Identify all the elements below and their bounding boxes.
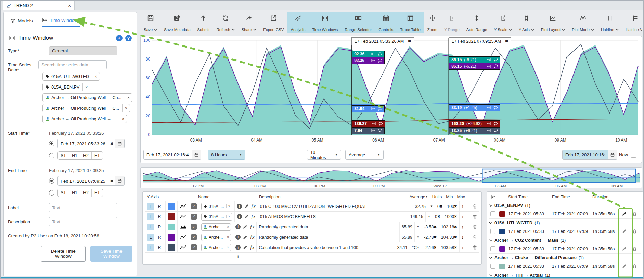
trash-icon[interactable]: [472, 204, 477, 209]
time-series-chip[interactable]: Archer → Oil Producing Well → Ch... ×: [42, 93, 132, 102]
toolbar-button-plot-layout[interactable]: Plot Layout: [538, 12, 569, 33]
hairline-value-chip[interactable]: 13.85(+6.21): [449, 127, 500, 134]
toolbar-button-analysis[interactable]: Analysis: [287, 12, 309, 33]
auto-range-icon[interactable]: ↕: [462, 224, 464, 229]
right-axis-toggle[interactable]: R: [156, 244, 163, 251]
clear-icon[interactable]: ✖: [108, 179, 115, 183]
comment-icon[interactable]: [378, 129, 382, 132]
time-window-checkbox[interactable]: [490, 211, 495, 216]
segment-h1[interactable]: H1: [69, 189, 80, 197]
range-end-input[interactable]: [563, 152, 608, 157]
type-field[interactable]: [49, 46, 117, 55]
trace-style-icon[interactable]: [178, 232, 189, 242]
clear-icon[interactable]: ✖: [454, 225, 457, 229]
trace-style-icon[interactable]: [178, 222, 189, 232]
comment-icon[interactable]: [493, 58, 498, 62]
segment-et[interactable]: ET: [92, 189, 103, 197]
hairline-close-icon[interactable]: ✖: [408, 39, 411, 43]
edit-pencil-icon[interactable]: [619, 264, 629, 269]
trash-icon[interactable]: [629, 246, 640, 251]
trash-icon[interactable]: [629, 211, 640, 216]
toolbar-button-zoom[interactable]: Zoom: [424, 12, 441, 33]
trash-icon[interactable]: [472, 214, 477, 219]
info-icon[interactable]: i: [235, 235, 241, 240]
time-series-chip[interactable]: 015A_UTL.WGTED ×: [42, 72, 100, 81]
clear-icon[interactable]: ✖: [454, 204, 457, 208]
hairline-value-chip[interactable]: 163.20(+26.93): [449, 120, 500, 127]
toolbar-button-range-selector[interactable]: Range Selector: [341, 12, 375, 33]
trace-remove-icon[interactable]: ×: [225, 225, 231, 229]
left-axis-toggle[interactable]: L: [147, 213, 154, 220]
trace-name-chip[interactable]: Arche... ×: [201, 244, 231, 251]
time-series-chip[interactable]: Archer → Oil Producing Well → C... ×: [42, 104, 130, 112]
trace-min-field[interactable]: -2.78✖: [422, 232, 439, 242]
time-series-chip[interactable]: 015A_BEN.PV ×: [42, 83, 90, 91]
trace-visibility-checkbox[interactable]: ✓: [191, 244, 197, 250]
edit-pencil-icon[interactable]: [619, 211, 629, 216]
comment-icon[interactable]: [378, 59, 382, 63]
time-window-group-header[interactable]: 015A_UTL.WGTED (1): [489, 219, 641, 227]
trash-icon[interactable]: [472, 224, 477, 229]
comment-icon[interactable]: [378, 52, 382, 56]
clear-icon[interactable]: ✖: [454, 215, 457, 218]
calendar-icon[interactable]: [608, 150, 617, 159]
hairline-value-chip[interactable]: 86.15(-6.21): [449, 63, 500, 70]
add-trace-button[interactable]: +: [145, 253, 479, 262]
clear-icon[interactable]: ✖: [108, 142, 115, 146]
toolbar-button-save[interactable]: Save: [140, 12, 160, 33]
end-relative-radio[interactable]: [49, 190, 54, 196]
time-window-group-header[interactable]: 015A_BEN.PV (1): [489, 201, 641, 209]
trend-plot[interactable]: 02040608010003 AM04 AM05 AM06 AM07 AM08 …: [141, 36, 642, 145]
toolbar-button-hairline-vie[interactable]: Hairline Vie: [622, 12, 642, 33]
clear-icon[interactable]: ✖: [440, 204, 442, 208]
segment-et[interactable]: ET: [92, 152, 103, 159]
end-time-input[interactable]: [58, 178, 108, 184]
trace-color-swatch[interactable]: [168, 234, 175, 241]
chip-remove-icon[interactable]: ×: [92, 72, 100, 80]
right-axis-toggle[interactable]: R: [156, 203, 163, 210]
trace-color-swatch[interactable]: [168, 203, 175, 210]
segment-h2[interactable]: H2: [80, 189, 92, 197]
segment-h2[interactable]: H2: [80, 152, 92, 159]
comment-icon[interactable]: [493, 129, 498, 132]
hairline-value-chip[interactable]: 92.36: [352, 51, 385, 57]
clear-icon[interactable]: ✖: [434, 225, 436, 229]
trash-icon[interactable]: [472, 235, 477, 240]
hairline-value-chip[interactable]: 31.94: [352, 105, 385, 112]
segment-st[interactable]: ST: [58, 189, 69, 197]
auto-range-icon[interactable]: ↕: [462, 235, 464, 240]
trace-max-field[interactable]: 1000✖: [442, 212, 459, 222]
right-axis-toggle[interactable]: R: [156, 234, 163, 241]
function-icon[interactable]: ƒx: [250, 224, 254, 230]
time-window-group-header[interactable]: Archer → CO2 Content → Mass (1): [489, 236, 641, 244]
trace-min-field[interactable]: -2.16✖: [422, 242, 439, 252]
trace-max-field[interactable]: 102.18✖: [439, 222, 460, 232]
trash-icon[interactable]: [629, 264, 640, 269]
right-axis-toggle[interactable]: R: [156, 213, 163, 220]
trace-remove-icon[interactable]: ×: [226, 204, 232, 208]
label-field[interactable]: [49, 203, 117, 212]
hairline-header[interactable]: 17 Feb 2021 07:09:25 AM✖: [449, 37, 511, 45]
sidebar-tab-models[interactable]: Models: [10, 17, 33, 27]
description-field[interactable]: [49, 217, 117, 226]
auto-range-icon[interactable]: ↕: [462, 245, 464, 250]
tab-trend2[interactable]: TREND 2 ×: [3, 1, 75, 10]
chip-remove-icon[interactable]: ×: [122, 104, 130, 112]
edit-pencil-icon[interactable]: [619, 246, 629, 251]
hairline-header[interactable]: 17 Feb 2021 05:33:26 AM✖: [351, 37, 414, 45]
hairline-value-chip[interactable]: 92.36: [352, 57, 385, 64]
interval-select[interactable]: 10 Minutes▼: [307, 150, 341, 160]
toolbar-button-y-axis[interactable]: Y Axis: [515, 12, 538, 33]
function-icon[interactable]: ƒx: [251, 214, 256, 220]
edit-pencil-icon[interactable]: [619, 229, 629, 234]
edit-pencil-icon[interactable]: [243, 235, 248, 240]
calendar-icon[interactable]: [192, 150, 201, 159]
toolbar-button-time-windows[interactable]: Time Windows: [309, 12, 341, 33]
save-time-window-button[interactable]: Save Time Window: [90, 246, 132, 262]
left-axis-toggle[interactable]: L: [147, 203, 154, 210]
function-icon[interactable]: ƒx: [250, 235, 254, 240]
trash-icon[interactable]: [629, 229, 640, 234]
time-window-checkbox[interactable]: [490, 246, 495, 251]
delete-time-window-button[interactable]: Delete Time Window: [41, 246, 86, 262]
trace-max-field[interactable]: 103.58✖: [439, 242, 460, 252]
